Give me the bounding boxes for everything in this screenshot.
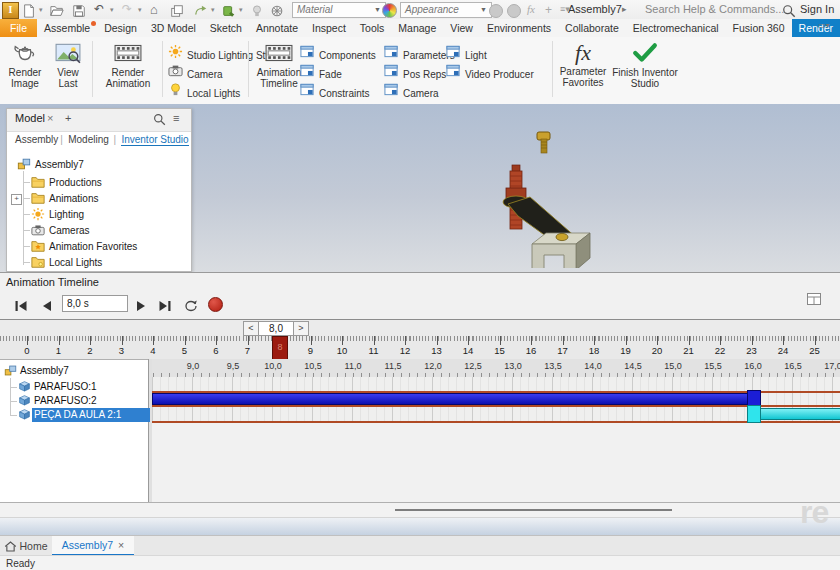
ribbon-collapse-icon[interactable]: ▭▾ xyxy=(818,21,830,30)
redo-dropdown-icon[interactable]: ▾ xyxy=(138,6,142,14)
browser-search-icon[interactable] xyxy=(153,112,166,126)
inventor-logo[interactable]: I xyxy=(2,2,19,19)
browser-item-local-lights[interactable]: Local Lights xyxy=(31,255,102,270)
undo-dropdown-icon[interactable]: ▾ xyxy=(110,6,114,14)
timeline-track-assembly7[interactable]: Assembly7 xyxy=(4,364,69,378)
ribbon-tab-assemble[interactable]: Assemble xyxy=(37,19,97,37)
render-image-button[interactable]: Render Image xyxy=(4,40,46,100)
light-toggle-icon[interactable] xyxy=(250,1,264,18)
tab-assembly7[interactable]: Assembly7× xyxy=(52,536,134,556)
ribbon-tab-collaborate[interactable]: Collaborate xyxy=(558,19,626,37)
ribbon-tab-electromechanical[interactable]: Electromechanical xyxy=(626,19,726,37)
new-file-dropdown-icon[interactable]: ▾ xyxy=(39,6,43,14)
play-backward-button[interactable] xyxy=(38,296,56,312)
ribbon-item-local-lights[interactable]: Local Lights xyxy=(168,82,240,99)
render-animation-button[interactable]: Render Animation xyxy=(96,40,160,100)
timeline-options-icon[interactable] xyxy=(806,289,822,307)
current-time-input[interactable] xyxy=(62,295,128,312)
action-handle-pe-a-da-aula-2-1[interactable] xyxy=(747,405,761,423)
finish-inventor-studio-button[interactable]: Finish Inventor Studio xyxy=(612,40,678,100)
ribbon-item-parameters[interactable]: Parameters xyxy=(384,44,455,61)
browser-root-assembly7[interactable]: Assembly7 xyxy=(17,157,84,172)
time-spinner-decrement-button[interactable]: < xyxy=(243,321,259,336)
component-update-button[interactable] xyxy=(222,1,236,18)
timeline-track-parafuso-1[interactable]: PARAFUSO:1 xyxy=(18,380,97,394)
scrollbar-thumb[interactable] xyxy=(395,509,672,511)
ribbon-item-video-producer[interactable]: Video Producer xyxy=(446,63,534,80)
ribbon-tab-annotate[interactable]: Annotate xyxy=(249,19,305,37)
ribbon-item-constraints[interactable]: Constraints xyxy=(300,82,370,99)
redo-button[interactable]: ↷ xyxy=(122,1,132,18)
go-to-end-button[interactable] xyxy=(156,296,174,312)
ribbon-tab-design[interactable]: Design xyxy=(97,19,144,37)
ribbon-item-camera[interactable]: Camera xyxy=(384,82,439,99)
appearance-dropdown[interactable]: Appearance ▼ xyxy=(400,2,492,18)
ribbon-tab-manage[interactable]: Manage xyxy=(391,19,443,37)
ribbon-item-pos-reps[interactable]: Pos Reps xyxy=(384,63,446,80)
browser-tab-close-icon[interactable]: × xyxy=(47,112,53,124)
view-last-button[interactable]: View Last xyxy=(48,40,88,100)
tab-home[interactable]: Home xyxy=(2,536,50,556)
play-forward-button[interactable] xyxy=(132,296,150,312)
browser-item-animations[interactable]: +Animations xyxy=(31,191,98,206)
time-spinner-value[interactable]: 8,0 xyxy=(258,321,294,336)
time-spinner-increment-button[interactable]: > xyxy=(293,321,309,336)
browser-item-cameras[interactable]: Cameras xyxy=(31,223,90,238)
browser-item-productions[interactable]: Productions xyxy=(31,175,102,190)
ribbon-tab-inspect[interactable]: Inspect xyxy=(305,19,353,37)
browser-item-animation-favorites[interactable]: Animation Favorites xyxy=(31,239,137,254)
home-view-button[interactable]: ⌂ xyxy=(150,1,158,18)
browser-tab-model[interactable]: Model xyxy=(15,112,45,124)
ribbon-item-camera[interactable]: Camera xyxy=(168,63,223,80)
ribbon-tab-environments[interactable]: Environments xyxy=(480,19,558,37)
return-dropdown-icon[interactable]: ▾ xyxy=(211,6,215,14)
ribbon-item-light[interactable]: Light xyxy=(446,44,487,61)
browser-subtab-modeling[interactable]: Modeling xyxy=(68,134,109,145)
timeline-horizontal-scrollbar[interactable] xyxy=(0,502,840,518)
ribbon-tab-3d-model[interactable]: 3D Model xyxy=(144,19,203,37)
search-input[interactable]: Search Help & Commands... xyxy=(645,3,784,15)
ribbon-tab-fusion-360[interactable]: Fusion 360 xyxy=(726,19,792,37)
material-dropdown[interactable]: Material ▼ xyxy=(292,2,386,18)
timeline-track-pe-a-da-aula-2-1[interactable]: PEÇA DA AULA 2:1 xyxy=(18,408,121,422)
timeline-main-ruler[interactable]: 0123456789101112131415161718192021222324… xyxy=(0,336,840,360)
loop-playback-button[interactable] xyxy=(182,296,200,312)
parameter-favorites-button[interactable]: fx Parameter Favorites xyxy=(556,40,610,100)
browser-item-lighting[interactable]: Lighting xyxy=(31,207,84,222)
go-to-start-button[interactable] xyxy=(12,296,30,312)
browser-subtab-inventor-studio[interactable]: Inventor Studio xyxy=(121,134,188,146)
window-copy-button[interactable] xyxy=(170,1,184,18)
action-bar-pe-a-da-aula-2-1[interactable] xyxy=(759,408,840,420)
ribbon-tab-render[interactable]: Render xyxy=(792,19,840,37)
timeline-track-view[interactable]: 9,09,510,010,511,011,512,012,513,013,514… xyxy=(152,359,840,502)
undo-button[interactable]: ↶ xyxy=(94,1,104,18)
playhead[interactable]: 8 xyxy=(272,336,288,360)
color-wheel-icon[interactable] xyxy=(382,3,397,18)
ribbon-tab-view[interactable]: View xyxy=(443,19,480,37)
animation-timeline-button[interactable]: Animation Timeline xyxy=(252,40,306,100)
ribbon-tab-file[interactable]: File xyxy=(0,19,37,37)
3d-model[interactable] xyxy=(470,118,600,268)
ribbon-tab-sketch[interactable]: Sketch xyxy=(203,19,249,37)
doc-arrow-icon[interactable]: ▸ xyxy=(622,4,627,14)
ribbon-tab-tools[interactable]: Tools xyxy=(353,19,392,37)
close-icon[interactable]: × xyxy=(118,539,124,551)
ribbon-item-fade[interactable]: Fade xyxy=(300,63,342,80)
save-button[interactable] xyxy=(72,1,86,18)
browser-add-tab-icon[interactable]: + xyxy=(65,112,71,124)
return-button[interactable] xyxy=(194,1,208,18)
open-button[interactable] xyxy=(50,1,64,18)
timeline-track-ruler[interactable]: 9,09,510,010,511,011,512,012,513,013,514… xyxy=(152,359,840,378)
action-bar-parafuso-2[interactable] xyxy=(152,393,749,405)
new-file-button[interactable] xyxy=(22,1,36,18)
timeline-track-parafuso-2[interactable]: PARAFUSO:2 xyxy=(18,394,97,408)
expand-icon[interactable]: + xyxy=(11,194,22,205)
search-icon[interactable] xyxy=(782,1,796,18)
sign-in-button[interactable]: Sign In xyxy=(800,3,834,15)
component-update-dropdown-icon[interactable]: ▾ xyxy=(239,6,243,14)
render-wheel-icon[interactable] xyxy=(270,1,284,18)
browser-menu-icon[interactable]: ≡ xyxy=(173,112,179,124)
ribbon-item-components[interactable]: Components xyxy=(300,44,376,61)
record-button[interactable] xyxy=(208,297,223,312)
browser-subtab-assembly[interactable]: Assembly xyxy=(15,134,58,145)
